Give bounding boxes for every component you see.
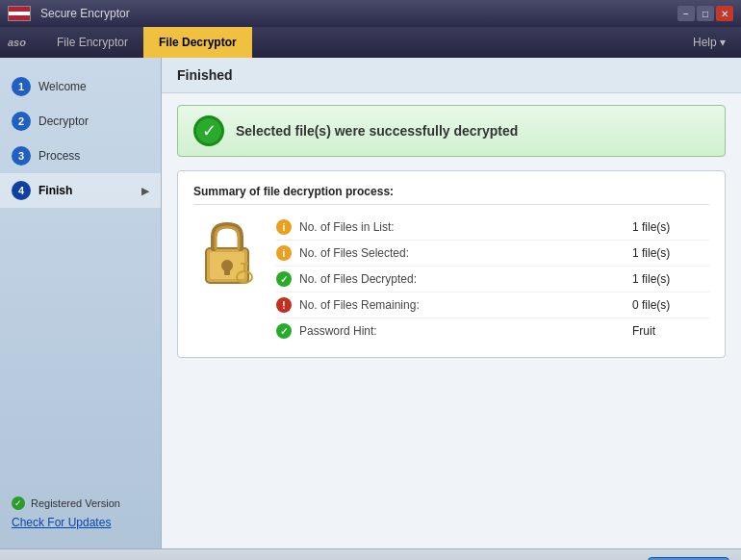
- content-header: Finished: [162, 58, 741, 93]
- row-label-1: No. of Files in List:: [299, 220, 625, 234]
- registered-row: ✓ Registered Version: [12, 496, 149, 510]
- summary-inner: i No. of Files in List: 1 file(s) i No. …: [193, 215, 709, 344]
- summary-rows: i No. of Files in List: 1 file(s) i No. …: [276, 215, 709, 344]
- sidebar-label-finish: Finish: [38, 184, 72, 197]
- title-bar: Secure Encryptor − □ ✕: [0, 0, 741, 27]
- row-value-5: Fruit: [632, 324, 709, 338]
- step-number-1: 1: [12, 77, 31, 96]
- sidebar-footer: ✓ Registered Version Check For Updates: [0, 489, 161, 537]
- row-label-2: No. of Files Selected:: [299, 246, 625, 260]
- summary-box: Summary of file decryption process:: [177, 170, 726, 358]
- row-label-3: No. of Files Decrypted:: [299, 272, 625, 286]
- row-value-1: 1 file(s): [632, 220, 709, 234]
- sidebar-label-decryptor: Decryptor: [38, 115, 89, 128]
- finish-button[interactable]: Finish: [648, 557, 729, 561]
- flag-icon: [8, 6, 31, 21]
- sidebar-label-welcome: Welcome: [38, 80, 87, 93]
- row-value-3: 1 file(s): [632, 272, 709, 286]
- sidebar-item-decryptor[interactable]: 2 Decryptor: [0, 104, 161, 139]
- step-number-3: 3: [12, 146, 31, 165]
- window-title: Secure Encryptor: [40, 7, 130, 20]
- maximize-button[interactable]: □: [697, 6, 714, 21]
- lock-image: [193, 215, 261, 292]
- table-row: i No. of Files in List: 1 file(s): [276, 215, 709, 241]
- svg-rect-3: [224, 267, 230, 275]
- minimize-button[interactable]: −: [677, 6, 695, 21]
- tab-file-encryptor[interactable]: File Encryptor: [41, 27, 143, 58]
- step-number-4: 4: [12, 181, 31, 200]
- tab-file-decryptor[interactable]: File Decryptor: [143, 27, 252, 58]
- content-body: ✓ Selected file(s) were successfully dec…: [162, 93, 741, 548]
- error-icon-4: !: [276, 297, 292, 313]
- row-value-2: 1 file(s): [632, 246, 709, 260]
- sidebar-arrow-icon: ▶: [141, 186, 149, 196]
- success-banner: ✓ Selected file(s) were successfully dec…: [177, 105, 726, 157]
- success-message: Selected file(s) were successfully decry…: [236, 123, 518, 139]
- success-check-icon: ✓: [193, 115, 224, 146]
- title-bar-controls: − □ ✕: [677, 6, 733, 21]
- sidebar-spacer: [0, 208, 161, 489]
- table-row: ! No. of Files Remaining: 0 file(s): [276, 293, 709, 318]
- lock-svg: [198, 217, 256, 290]
- table-row: ✓ Password Hint: Fruit: [276, 318, 709, 344]
- bottom-right: SYSTWEAK Finish: [582, 557, 729, 561]
- page-title: Finished: [177, 67, 726, 83]
- title-bar-left: Secure Encryptor: [8, 6, 130, 21]
- help-menu[interactable]: Help ▾: [685, 32, 733, 53]
- sidebar-label-process: Process: [38, 149, 80, 163]
- bottom-bar: ASO3 Version: 3.9.3800.18406 SYSTWEAK Fi…: [0, 548, 741, 560]
- content-area: Finished ✓ Selected file(s) were success…: [162, 58, 741, 548]
- menu-bar: aso File Encryptor File Decryptor Help ▾: [0, 27, 741, 58]
- main-container: 1 Welcome 2 Decryptor 3 Process 4 Finish…: [0, 58, 741, 548]
- row-label-4: No. of Files Remaining:: [299, 298, 625, 312]
- table-row: i No. of Files Selected: 1 file(s): [276, 241, 709, 267]
- check-updates-link[interactable]: Check For Updates: [12, 516, 111, 529]
- close-button[interactable]: ✕: [716, 6, 733, 21]
- step-number-2: 2: [12, 112, 31, 131]
- table-row: ✓ No. of Files Decrypted: 1 file(s): [276, 267, 709, 293]
- sidebar: 1 Welcome 2 Decryptor 3 Process 4 Finish…: [0, 58, 162, 548]
- success-icon-5: ✓: [276, 323, 292, 339]
- info-icon-1: i: [276, 219, 292, 235]
- summary-title: Summary of file decryption process:: [193, 185, 709, 205]
- success-icon-3: ✓: [276, 271, 292, 287]
- app-logo: aso: [8, 37, 26, 48]
- sidebar-item-finish[interactable]: 4 Finish ▶: [0, 173, 161, 208]
- sidebar-item-process[interactable]: 3 Process: [0, 139, 161, 173]
- row-label-5: Password Hint:: [299, 324, 625, 338]
- sidebar-item-welcome[interactable]: 1 Welcome: [0, 69, 161, 104]
- row-value-4: 0 file(s): [632, 298, 709, 312]
- info-icon-2: i: [276, 245, 292, 261]
- registered-label: Registered Version: [31, 497, 120, 509]
- registered-check-icon: ✓: [12, 496, 25, 510]
